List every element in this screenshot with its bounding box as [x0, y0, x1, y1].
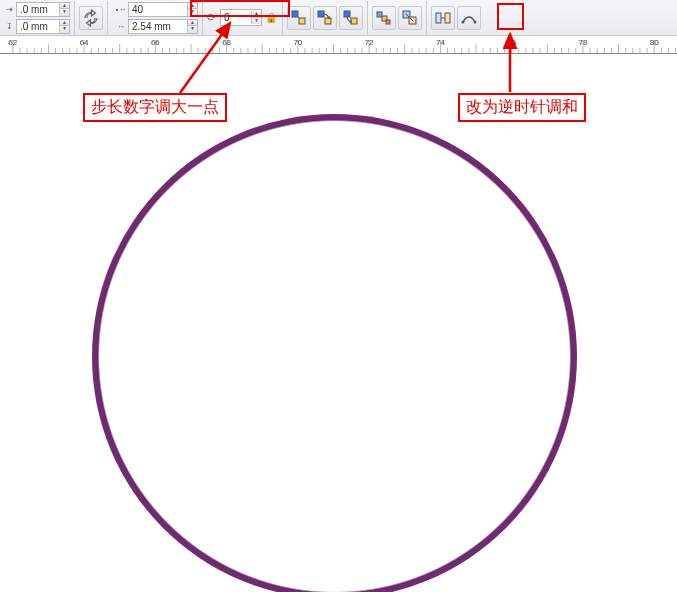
svg-text:76: 76 — [507, 38, 516, 47]
steps-group: •↔ 40 ▲▼ ↔ 2.54 mm ▲▼ — [112, 1, 203, 35]
property-bar: ⇥ .0 mm ▲▼ ↧ .0 mm ▲▼ — [0, 0, 677, 36]
spacing-value: 2.54 mm — [129, 21, 187, 32]
offset-y-input[interactable]: .0 mm ▲▼ — [16, 19, 70, 34]
svg-text:66: 66 — [151, 38, 160, 47]
steps-spinner[interactable]: ▲▼ — [187, 3, 197, 16]
path-group — [431, 1, 485, 35]
loop-blend-button[interactable] — [79, 6, 103, 30]
rainbow-ring[interactable] — [92, 114, 577, 592]
spacing-input[interactable]: 2.54 mm ▲▼ — [128, 19, 198, 34]
svg-rect-6 — [351, 18, 357, 24]
svg-rect-12 — [436, 13, 441, 23]
offset-x-spinner[interactable]: ▲▼ — [59, 3, 69, 16]
rotation-group: ⟳ 0 ▲▼ 🔒 — [207, 1, 283, 35]
spacing-icon: ↔ — [114, 19, 128, 33]
svg-text:64: 64 — [80, 38, 89, 47]
svg-rect-3 — [318, 11, 324, 17]
svg-text:70: 70 — [293, 38, 302, 47]
steps-icon: •↔ — [114, 2, 128, 16]
blend-direction-group — [287, 1, 368, 35]
counterclockwise-blend-button[interactable] — [339, 6, 363, 30]
steps-value: 40 — [129, 4, 187, 15]
loop-group — [79, 1, 108, 35]
direct-blend-button[interactable] — [287, 6, 311, 30]
offset-x-value: .0 mm — [17, 4, 59, 15]
svg-text:78: 78 — [578, 38, 587, 47]
offset-y-spinner[interactable]: ▲▼ — [59, 20, 69, 33]
svg-rect-4 — [325, 18, 331, 24]
svg-rect-9 — [386, 20, 390, 24]
svg-text:74: 74 — [436, 38, 445, 47]
spacing-spinner[interactable]: ▲▼ — [187, 20, 197, 33]
rotation-input[interactable]: 0 ▲▼ — [220, 9, 262, 26]
canvas[interactable] — [0, 54, 677, 592]
svg-rect-13 — [445, 13, 450, 23]
offset-x-input[interactable]: .0 mm ▲▼ — [16, 2, 70, 17]
map-nodes-button[interactable] — [398, 6, 422, 30]
rotation-icon: ⟳ — [207, 11, 216, 24]
offset-y-icon: ↧ — [2, 19, 16, 33]
right-callout: 改为逆时针调和 — [458, 93, 586, 122]
rotation-value: 0 — [221, 12, 251, 23]
steps-input[interactable]: 40 ▲▼ — [128, 2, 198, 17]
path-properties-button[interactable] — [457, 6, 481, 30]
svg-text:80: 80 — [650, 38, 659, 47]
acceleration-button[interactable] — [372, 6, 396, 30]
svg-text:72: 72 — [365, 38, 374, 47]
horizontal-ruler: 62646668707274767880 — [0, 36, 677, 54]
clockwise-blend-button[interactable] — [313, 6, 337, 30]
svg-text:62: 62 — [8, 38, 17, 47]
rotation-lock-icon[interactable]: 🔒 — [264, 12, 278, 23]
svg-rect-5 — [344, 11, 350, 17]
start-end-button[interactable] — [431, 6, 455, 30]
svg-text:68: 68 — [222, 38, 231, 47]
rotation-spinner[interactable]: ▲▼ — [251, 11, 261, 24]
svg-point-15 — [462, 20, 465, 23]
offset-y-value: .0 mm — [17, 21, 59, 32]
svg-line-2 — [298, 17, 300, 19]
svg-rect-0 — [292, 11, 298, 17]
left-callout: 步长数字调大一点 — [83, 93, 227, 122]
svg-point-16 — [474, 20, 477, 23]
offset-group: ⇥ .0 mm ▲▼ ↧ .0 mm ▲▼ — [2, 1, 75, 35]
svg-rect-7 — [377, 12, 382, 17]
offset-x-icon: ⇥ — [2, 2, 16, 16]
misc-group — [372, 1, 427, 35]
